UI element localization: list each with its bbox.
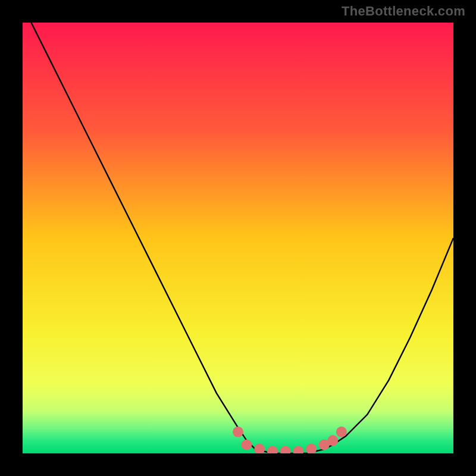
chart-svg [23, 23, 453, 453]
chart-frame: TheBottleneck.com [0, 0, 476, 476]
dot-marker [242, 440, 252, 450]
background-rect [23, 23, 453, 453]
dot-marker [336, 427, 347, 437]
dot-marker [327, 435, 338, 446]
plot-area [23, 23, 453, 453]
dot-marker [233, 427, 243, 437]
watermark-text: TheBottleneck.com [342, 4, 465, 19]
